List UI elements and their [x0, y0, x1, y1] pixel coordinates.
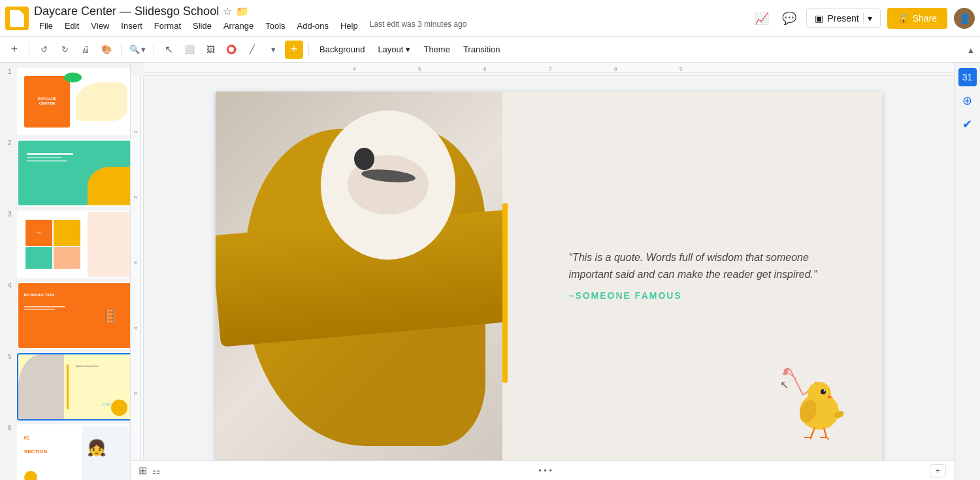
slideshow-icon: ▣: [815, 13, 823, 24]
main-area: 1 DAYCARECENTER 2: [0, 63, 980, 480]
folder-icon[interactable]: 📁: [236, 5, 249, 18]
undo-btn[interactable]: ↺: [35, 41, 53, 59]
app-icon-shape: [10, 10, 24, 27]
theme-label: Theme: [423, 44, 449, 54]
zoom-icon: 🔍: [129, 44, 140, 54]
svg-text:4: 4: [133, 326, 139, 330]
canvas-wrapper: “This is a quote. Words full of wisdom t…: [144, 76, 954, 480]
add-slide-btn[interactable]: +: [5, 41, 24, 59]
svg-line-31: [826, 437, 829, 439]
slide-canvas[interactable]: “This is a quote. Words full of wisdom t…: [216, 92, 882, 464]
filmstrip-view-btn[interactable]: ⚏: [152, 466, 161, 476]
bottom-bar: ⊞ ⚏ • • • +: [131, 460, 954, 480]
slide-number-5: 5: [8, 353, 12, 360]
add-note-btn[interactable]: +: [930, 464, 946, 477]
slide-item-3[interactable]: 3 text: [5, 211, 125, 278]
sep1: [29, 43, 29, 56]
user-avatar[interactable]: 👤: [954, 8, 975, 29]
tasks-icon[interactable]: ✔: [958, 115, 977, 133]
slide-item-5[interactable]: 5 Quote text preview... — SOMEONE FAMOUS: [5, 353, 125, 420]
menu-edit[interactable]: Edit: [59, 20, 84, 32]
slide-thumb-3[interactable]: text: [17, 211, 131, 278]
menu-view[interactable]: View: [86, 20, 114, 32]
slide-number-2: 2: [8, 139, 12, 146]
doc-title: Daycare Center — Slidesgo School: [34, 5, 219, 18]
ruler-horizontal: 4 5 6 7 8 9: [144, 63, 954, 76]
right-sidebar: 31 ⊕ ✔: [954, 63, 980, 480]
slide-item-4[interactable]: 4 INTRODUCTION 🪜: [5, 282, 125, 349]
zoom-control[interactable]: 🔍 ▾: [127, 41, 148, 59]
svg-text:3: 3: [133, 261, 139, 264]
menu-file[interactable]: File: [34, 20, 58, 32]
slide-thumb-4[interactable]: INTRODUCTION 🪜: [17, 282, 131, 349]
menu-slide[interactable]: Slide: [188, 20, 217, 32]
background-label: Background: [319, 44, 365, 54]
slide-canvas-area: 4 5 6 7 8 9 1 2 3 4 5: [131, 63, 954, 480]
slide-item-2[interactable]: 2: [5, 139, 125, 207]
calendar-icon[interactable]: 31: [958, 68, 977, 86]
insert-btn[interactable]: +: [285, 41, 303, 59]
line-tool[interactable]: ╱: [243, 41, 261, 59]
analytics-icon[interactable]: 📈: [751, 8, 772, 29]
comment-icon[interactable]: 💬: [779, 8, 800, 29]
explore-icon[interactable]: ⊕: [958, 92, 977, 110]
grid-view-btn[interactable]: ⊞: [139, 464, 147, 477]
doc-title-row: Daycare Center — Slidesgo School ☆ 📁: [34, 5, 746, 18]
slide-item-6[interactable]: 6 01. SECTION 👧: [5, 424, 125, 480]
slide-thumb-2[interactable]: [17, 139, 131, 207]
theme-btn[interactable]: Theme: [418, 41, 455, 59]
present-button[interactable]: ▣ Present ▾: [806, 9, 880, 28]
menu-arrange[interactable]: Arrange: [218, 20, 259, 32]
monkey-head: [321, 111, 456, 260]
line-dropdown[interactable]: ▾: [264, 41, 282, 59]
layout-btn[interactable]: Layout ▾: [372, 41, 416, 59]
print-btn[interactable]: 🖨: [76, 41, 95, 59]
image-tool[interactable]: 🖼: [201, 41, 220, 59]
present-dropdown-arrow[interactable]: ▾: [863, 13, 872, 24]
zoom-dropdown: ▾: [141, 44, 146, 54]
svg-text:5: 5: [418, 66, 421, 72]
quote-text: “This is a quote. Words full of wisdom t…: [569, 249, 849, 283]
slide-thumb-5[interactable]: Quote text preview... — SOMEONE FAMOUS: [17, 353, 131, 420]
shape-tool[interactable]: ⬜: [180, 41, 199, 59]
slide-number-3: 3: [8, 211, 12, 218]
cursor-pointer: ↖: [780, 379, 789, 391]
cursor-tool[interactable]: ↖: [159, 41, 178, 59]
layout-label: Layout: [378, 44, 403, 54]
star-icon[interactable]: ☆: [223, 5, 232, 18]
transition-btn[interactable]: Transition: [458, 41, 506, 59]
menu-help[interactable]: Help: [335, 20, 363, 32]
slide-number-4: 4: [8, 282, 12, 289]
slide-number-1: 1: [8, 68, 12, 75]
dot2: •: [544, 466, 546, 475]
svg-text:9: 9: [679, 66, 683, 72]
share-button[interactable]: 🔒 Share: [887, 8, 947, 29]
slide-main-row: 1 2 3 4 5: [131, 76, 954, 480]
quote-accent-bar: [502, 203, 508, 383]
bottom-dots: • • •: [538, 466, 552, 475]
collapse-toolbar-btn[interactable]: ▲: [967, 44, 975, 56]
menu-format[interactable]: Format: [149, 20, 186, 32]
background-btn[interactable]: Background: [314, 41, 370, 59]
redo-btn[interactable]: ↻: [56, 41, 74, 59]
paint-format-btn[interactable]: 🎨: [97, 41, 116, 59]
svg-text:8: 8: [614, 66, 617, 72]
svg-line-27: [824, 428, 826, 437]
menu-addons[interactable]: Add-ons: [292, 20, 334, 32]
slide-item-1[interactable]: 1 DAYCARECENTER: [5, 68, 125, 135]
menu-bar: File Edit View Insert Format Slide Arran…: [34, 20, 746, 32]
share-label: Share: [913, 13, 937, 24]
menu-tools[interactable]: Tools: [260, 20, 290, 32]
doc-title-area: Daycare Center — Slidesgo School ☆ 📁 Fil…: [34, 5, 746, 32]
svg-line-13: [790, 369, 803, 395]
slide-thumb-6[interactable]: 01. SECTION 👧: [17, 424, 131, 480]
transition-label: Transition: [463, 44, 500, 54]
sep3: [154, 43, 154, 56]
lock-icon: 🔒: [898, 13, 909, 24]
ellipse-tool[interactable]: ⭕: [222, 41, 240, 59]
menu-insert[interactable]: Insert: [116, 20, 148, 32]
slide-thumb-1[interactable]: DAYCARECENTER: [17, 68, 131, 135]
chick-illustration: [770, 356, 849, 434]
bottom-right: +: [930, 464, 946, 477]
quote-author: –SOMEONE FAMOUS: [569, 291, 849, 301]
